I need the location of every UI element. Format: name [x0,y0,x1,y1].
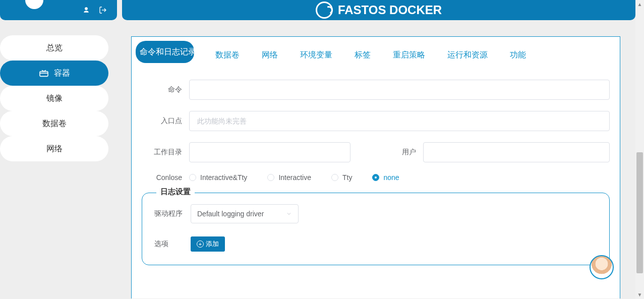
scroll-track[interactable] [635,9,644,290]
radio-interactive-tty[interactable]: Interactive&Tty [189,173,247,182]
radio-none[interactable]: none [372,173,399,182]
user-avatar[interactable] [25,0,43,9]
sidebar-item-volumes[interactable]: 数据卷 [0,111,108,136]
user-icon[interactable] [83,7,90,14]
console-radio-group: Interactive&Tty Interactive Tty none [189,173,610,182]
chevron-down-icon [286,211,292,217]
sidebar-item-label: 镜像 [46,93,63,104]
radio-dot-icon [372,174,379,181]
scroll-thumb[interactable] [636,152,643,273]
add-button-label: 添加 [206,240,219,249]
options-label: 选项 [154,240,186,249]
user-input[interactable] [423,142,610,162]
tabs: 命令和日志记录 数据卷 网络 环境变量 标签 重启策略 运行和资源 功能 [132,37,620,70]
tab-volumes[interactable]: 数据卷 [204,41,251,70]
tab-capabilities[interactable]: 功能 [499,41,537,70]
entrypoint-label: 入口点 [142,116,182,126]
tab-network[interactable]: 网络 [251,41,289,70]
tab-labels[interactable]: 标签 [343,41,382,70]
radio-interactive[interactable]: Interactive [267,173,311,182]
tab-command-logging[interactable]: 命令和日志记录 [136,41,194,63]
sidebar-item-images[interactable]: 镜像 [0,86,108,111]
driver-label: 驱动程序 [154,209,186,218]
command-input[interactable] [189,80,610,100]
row-driver: 驱动程序 Default logging driver [154,204,597,223]
brand-logo-icon [316,2,333,19]
row-workdir-user: 工作目录 用户 [142,142,610,162]
driver-select[interactable]: Default logging driver [191,204,299,223]
radio-tty[interactable]: Tty [331,173,352,182]
sidebar-item-containers[interactable]: 容器 [0,61,108,86]
sidebar-item-label: 总览 [46,43,63,53]
log-settings-fieldset: 日志设置 驱动程序 Default logging driver 选项 + 添加 [142,193,610,265]
sidebar-item-overview[interactable]: 总览 [0,35,108,61]
sidebar-item-label: 网络 [46,144,63,154]
tab-restart[interactable]: 重启策略 [382,41,436,70]
user-label: 用户 [386,148,416,157]
tab-env[interactable]: 环境变量 [289,41,343,70]
command-label: 命令 [142,85,182,94]
scroll-up-icon[interactable]: ▲ [635,0,644,9]
radio-dot-icon [267,174,274,181]
sidebar-item-label: 数据卷 [42,118,67,129]
container-icon [39,69,49,77]
row-console: Conlose Interactive&Tty Interactive Tty … [142,173,610,182]
scroll-down-icon[interactable]: ▼ [635,290,644,299]
workdir-input[interactable] [189,142,350,162]
radio-dot-icon [331,174,338,181]
row-options: 选项 + 添加 [154,236,597,252]
page-scrollbar[interactable]: ▲ ▼ [635,0,644,299]
assistant-avatar[interactable] [590,255,614,279]
logout-icon[interactable] [99,6,107,14]
svg-rect-0 [40,72,48,77]
add-option-button[interactable]: + 添加 [191,236,225,252]
console-label: Conlose [142,173,182,182]
entrypoint-input[interactable] [189,111,610,131]
row-entrypoint: 入口点 [142,111,610,131]
tab-runtime[interactable]: 运行和资源 [436,41,499,70]
log-settings-legend: 日志设置 [156,187,195,197]
header-user-bar [0,0,117,20]
workdir-label: 工作目录 [142,148,182,157]
header-brand-bar: FASTOS DOCKER [122,0,635,20]
main-panel: 命令和日志记录 数据卷 网络 环境变量 标签 重启策略 运行和资源 功能 命令 … [131,36,620,298]
radio-dot-icon [189,174,196,181]
plus-circle-icon: + [197,241,204,248]
sidebar-item-label: 容器 [54,68,70,79]
form: 命令 入口点 工作目录 用户 Conlose Interactive&Tty [132,70,620,265]
sidebar: 总览 容器 镜像 数据卷 网络 [0,35,108,161]
brand-title: FASTOS DOCKER [338,3,442,17]
row-command: 命令 [142,80,610,100]
sidebar-item-networks[interactable]: 网络 [0,136,108,161]
driver-value: Default logging driver [197,210,264,218]
